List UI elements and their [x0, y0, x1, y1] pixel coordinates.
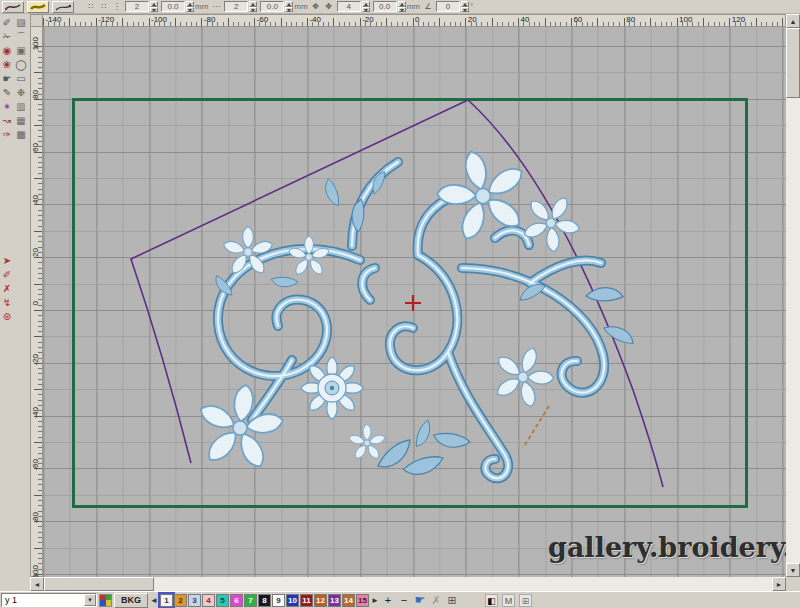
- measure-icon[interactable]: M: [502, 594, 515, 607]
- ruler-label: 0: [415, 15, 419, 24]
- pen-curve-icon: [55, 3, 71, 11]
- image-frame-icon[interactable]: ▣: [14, 44, 28, 58]
- ruler-label: 120: [732, 15, 745, 24]
- count-input[interactable]: 4: [337, 1, 361, 12]
- flower-motif-icon[interactable]: ❀: [0, 58, 14, 72]
- design-center-crosshair: [405, 295, 421, 311]
- color-swatch[interactable]: 7: [244, 594, 257, 607]
- count-stepper[interactable]: [362, 1, 370, 12]
- scroll-up-button[interactable]: ▲: [786, 14, 800, 28]
- angle-stepper[interactable]: [461, 1, 469, 12]
- scroll-left-button[interactable]: ◄: [30, 577, 44, 591]
- columns-fill-icon[interactable]: ▥: [14, 100, 28, 114]
- landscape-image-icon[interactable]: ▦: [14, 114, 28, 128]
- pattern-grid-icon[interactable]: ▩: [14, 128, 28, 142]
- color-swatch[interactable]: 14: [342, 594, 355, 607]
- circles-tool-icon[interactable]: ⊛: [0, 310, 14, 324]
- scrollbar-corner: [786, 577, 800, 591]
- offset-input[interactable]: 0.0: [260, 1, 284, 12]
- spacing-input[interactable]: 0.0: [373, 1, 397, 12]
- length-stepper[interactable]: [186, 1, 194, 12]
- offset-stepper[interactable]: [285, 1, 293, 12]
- angle-unit-label: °: [470, 2, 473, 11]
- texture-motif-icon[interactable]: ❉: [14, 86, 28, 100]
- scroll-track[interactable]: [154, 577, 772, 591]
- scroll-right-button[interactable]: ►: [772, 577, 786, 591]
- curve-stitch-icon[interactable]: ↝: [0, 114, 14, 128]
- delete-node-icon[interactable]: ✗: [0, 282, 14, 296]
- star-motif-icon[interactable]: ✶: [0, 100, 14, 114]
- align-dots-b-icon[interactable]: ∷: [99, 2, 109, 11]
- angle-icon[interactable]: ∠: [423, 2, 433, 11]
- count-field: 4: [337, 1, 370, 12]
- spacing-stepper[interactable]: [398, 1, 406, 12]
- rectangle-tool-icon[interactable]: ▭: [14, 72, 28, 86]
- color-swatch[interactable]: 5: [216, 594, 229, 607]
- width-input[interactable]: 2: [224, 1, 248, 12]
- pencil-tool-icon[interactable]: ✎: [0, 86, 14, 100]
- chevron-down-icon[interactable]: ▼: [84, 594, 96, 606]
- hatch-fill-icon[interactable]: ▨: [14, 16, 28, 30]
- compensation-b-icon[interactable]: ✥: [324, 2, 334, 11]
- color-swatch[interactable]: 6: [230, 594, 243, 607]
- freehand-pen-icon[interactable]: ✐: [0, 16, 14, 30]
- color-swatch[interactable]: 2: [174, 594, 187, 607]
- design-canvas[interactable]: gallery.broidery.ru: [43, 27, 786, 577]
- node-arrow-icon[interactable]: ➤: [0, 254, 14, 268]
- scroll-down-button[interactable]: ▼: [786, 563, 800, 577]
- ruler-label: 80: [31, 90, 40, 99]
- align-dots-a-icon[interactable]: ∷: [86, 2, 96, 11]
- angle-input[interactable]: 0: [436, 1, 460, 12]
- color-swatch[interactable]: 11: [300, 594, 313, 607]
- color-swatch[interactable]: 1: [160, 594, 173, 607]
- vertical-scroll-thumb[interactable]: [786, 28, 800, 98]
- color-swatch[interactable]: 12: [314, 594, 327, 607]
- horizontal-ruler: -140-120-100-80-60-40-20020406080100120: [43, 14, 786, 27]
- small-grid-icon[interactable]: ⊞: [519, 594, 532, 607]
- layer-select[interactable]: y 1 ▼: [1, 593, 97, 607]
- color-swatch[interactable]: 15: [356, 594, 369, 607]
- polyline-icon[interactable]: ↯: [0, 296, 14, 310]
- length-unit-label: mm: [195, 2, 208, 11]
- compensation-a-icon[interactable]: ✥: [311, 2, 321, 11]
- cut-tool-icon[interactable]: ✁: [0, 30, 14, 44]
- length-input[interactable]: 0.0: [161, 1, 185, 12]
- palette-next-arrow[interactable]: ►: [371, 596, 379, 605]
- palette-icon[interactable]: [99, 594, 112, 607]
- ellipse-tool-icon[interactable]: ◯: [14, 58, 28, 72]
- hand-select-icon[interactable]: ☛: [0, 72, 14, 86]
- background-color-button[interactable]: BKG: [114, 593, 148, 608]
- ruler-label: 0: [31, 301, 40, 305]
- color-swatch[interactable]: 9: [272, 594, 285, 607]
- vertical-dots-icon[interactable]: ⋮: [112, 2, 122, 11]
- pan-hand-icon[interactable]: ☛: [413, 593, 427, 607]
- delete-icon[interactable]: ✗: [429, 593, 443, 607]
- freehand-curve-mode-button[interactable]: [52, 1, 74, 13]
- red-pen-icon[interactable]: ✑: [0, 128, 14, 142]
- offset-unit-label: mm: [294, 2, 307, 11]
- eye-point-icon[interactable]: ◉: [0, 44, 14, 58]
- zoom-out-button[interactable]: −: [397, 593, 411, 607]
- color-swatch[interactable]: 13: [328, 594, 341, 607]
- arc-tool-icon[interactable]: ⌒: [14, 30, 28, 44]
- grid-toggle-icon[interactable]: ⊞: [445, 593, 459, 607]
- horizontal-scroll-thumb[interactable]: [44, 577, 154, 591]
- ruler-label: 20: [468, 15, 477, 24]
- more-dots-icon[interactable]: ⋯: [211, 2, 221, 11]
- satin-column-mode-button[interactable]: [27, 1, 49, 13]
- export-icon[interactable]: ◧: [485, 594, 498, 607]
- bezier-pen-icon[interactable]: ✐: [0, 268, 14, 282]
- color-swatch[interactable]: 4: [202, 594, 215, 607]
- manual-stitch-mode-button[interactable]: [2, 1, 24, 13]
- ruler-label: -120: [98, 15, 114, 24]
- density-input[interactable]: 2: [125, 1, 149, 12]
- width-stepper[interactable]: [249, 1, 257, 12]
- horizontal-scrollbar[interactable]: ◄ ►: [30, 577, 786, 591]
- palette-prev-arrow[interactable]: ◄: [150, 596, 158, 605]
- color-swatch[interactable]: 10: [286, 594, 299, 607]
- density-stepper[interactable]: [150, 1, 158, 12]
- color-swatch[interactable]: 3: [188, 594, 201, 607]
- color-swatch[interactable]: 8: [258, 594, 271, 607]
- vertical-scrollbar[interactable]: ▲ ▼: [786, 14, 800, 577]
- zoom-in-button[interactable]: +: [381, 593, 395, 607]
